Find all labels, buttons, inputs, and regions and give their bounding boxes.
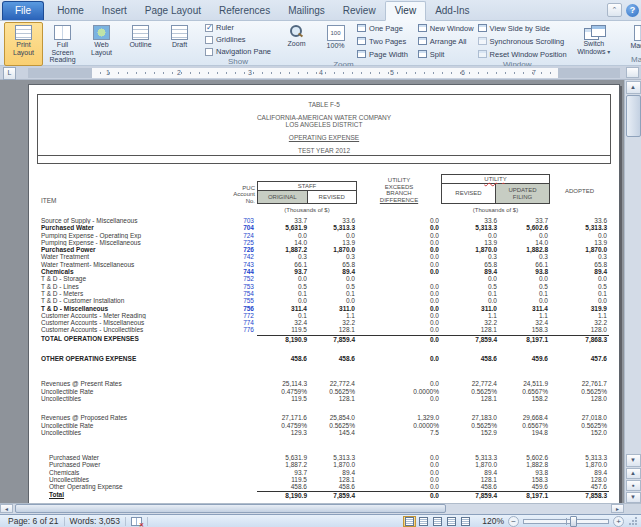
cell-value: 0.5625% bbox=[550, 422, 609, 429]
web-layout-view-icon[interactable] bbox=[431, 516, 444, 527]
zoom-slider-thumb[interactable] bbox=[570, 516, 577, 527]
cell-value: 0.5625% bbox=[441, 422, 499, 429]
tab-page-layout[interactable]: Page Layout bbox=[136, 2, 210, 20]
split-button[interactable]: Split bbox=[416, 48, 476, 60]
draft-view-icon[interactable] bbox=[459, 516, 472, 527]
next-page-icon[interactable] bbox=[626, 492, 641, 503]
print-layout-button[interactable]: PrintLayout bbox=[4, 22, 43, 66]
cell-value: 32.4 bbox=[257, 319, 309, 326]
zoom-button[interactable]: Zoom bbox=[277, 22, 316, 60]
switch-windows-button[interactable]: Switch Windows bbox=[569, 22, 619, 60]
cell-value: 0.0 bbox=[357, 246, 441, 253]
tab-references[interactable]: References bbox=[210, 2, 279, 20]
cell-value: 0.0 bbox=[357, 380, 441, 387]
puc-account-no: 704 bbox=[223, 224, 257, 231]
cell-value: 311.4 bbox=[499, 305, 550, 312]
tab-review[interactable]: Review bbox=[334, 2, 385, 20]
scroll-right-icon[interactable] bbox=[611, 504, 624, 513]
checkbox-ruler[interactable]: Ruler bbox=[205, 22, 271, 33]
select-browse-object-icon[interactable] bbox=[626, 480, 641, 491]
draft-button[interactable]: Draft bbox=[160, 22, 199, 66]
previous-page-icon[interactable] bbox=[626, 468, 641, 479]
view-ruler-toggle-icon[interactable] bbox=[626, 67, 639, 78]
horizontal-scrollbar[interactable] bbox=[0, 503, 641, 514]
print-layout-view-icon[interactable] bbox=[403, 516, 416, 527]
row-label: OTHER OPERATING EXPENSE bbox=[37, 355, 223, 362]
total-row: TOTAL OPERATION EXPENSES8,190.97,859.40.… bbox=[37, 335, 611, 343]
checkbox-navigation-pane[interactable]: Navigation Pane bbox=[205, 46, 271, 57]
cell-value: 129.3 bbox=[257, 429, 309, 436]
scroll-down-icon[interactable] bbox=[626, 454, 641, 467]
scroll-up-icon[interactable] bbox=[626, 81, 641, 94]
tab-file[interactable]: File bbox=[2, 1, 44, 20]
web-layout-button[interactable]: WebLayout bbox=[82, 22, 121, 66]
zoom-out-icon[interactable]: − bbox=[508, 516, 519, 527]
tab-insert[interactable]: Insert bbox=[93, 2, 136, 20]
column-original: ORIGINAL bbox=[258, 191, 308, 204]
cell-value: 1,870.0 bbox=[309, 246, 357, 253]
row-label: Other Operating Expense bbox=[37, 483, 223, 490]
tab-mailings[interactable]: Mailings bbox=[279, 2, 334, 20]
spell-check-icon[interactable] bbox=[131, 517, 142, 526]
table-row: Purchased Power1,887.21,870.00.01,870.01… bbox=[37, 461, 611, 468]
tab-add-ins[interactable]: Add-Ins bbox=[426, 2, 478, 20]
puc-account-no: 756 bbox=[223, 305, 257, 312]
two-pages-button[interactable]: Two Pages bbox=[355, 35, 410, 47]
full-screen-reading-view-icon[interactable] bbox=[417, 516, 430, 527]
zoom-level[interactable]: 120% bbox=[482, 516, 504, 526]
vertical-scrollbar[interactable] bbox=[624, 80, 641, 503]
ruler-number: 2 bbox=[177, 69, 181, 76]
macros-button[interactable]: Macros bbox=[625, 22, 641, 55]
cell-value: 311.4 bbox=[257, 305, 309, 312]
column-puc-account: PUC Account No. bbox=[223, 185, 257, 205]
new-window-button[interactable]: New Window bbox=[416, 22, 476, 34]
web-layout-icon bbox=[93, 25, 110, 40]
word-count[interactable]: Words: 3,053 bbox=[65, 516, 125, 526]
cell-value: 66.1 bbox=[499, 261, 550, 268]
help-icon[interactable] bbox=[626, 4, 639, 17]
view-side-by-side-button[interactable]: View Side by Side bbox=[476, 22, 569, 34]
full-screen-reading-icon bbox=[54, 25, 71, 40]
resize-grip[interactable] bbox=[628, 516, 638, 526]
cell-value: 0.5 bbox=[499, 283, 550, 290]
horizontal-ruler[interactable]: 1234567 bbox=[0, 66, 641, 80]
cell-value: 66.1 bbox=[257, 261, 309, 268]
cell-value: 0.5625% bbox=[550, 388, 609, 395]
scroll-left-icon[interactable] bbox=[0, 504, 13, 513]
full-screen-reading-button[interactable]: Full ScreenReading bbox=[43, 22, 82, 66]
cell-value: 8,197.1 bbox=[499, 491, 550, 499]
cell-value: 0.6567% bbox=[499, 388, 550, 395]
ruler-number: 1 bbox=[106, 69, 110, 76]
zoom-100-button[interactable]: 100% bbox=[316, 22, 355, 60]
arrange-all-button[interactable]: Arrange All bbox=[416, 35, 476, 47]
outline-icon bbox=[132, 25, 149, 40]
table-row: Total8,190.97,859.40.07,859.48,197.17,85… bbox=[37, 491, 611, 499]
cell-value: 0.4759% bbox=[257, 388, 309, 395]
cell-value: 0.0 bbox=[357, 476, 441, 483]
cell-value: 32.2 bbox=[309, 319, 357, 326]
cell-value: 13.9 bbox=[550, 239, 609, 246]
outline-view-icon[interactable] bbox=[445, 516, 458, 527]
zoom-in-icon[interactable]: + bbox=[613, 516, 624, 527]
group-macros: Macros Macros bbox=[623, 22, 641, 65]
page-width-button[interactable]: Page Width bbox=[355, 48, 410, 60]
minimize-ribbon-icon[interactable] bbox=[607, 3, 622, 17]
report-title: OPERATING EXPENSE bbox=[289, 134, 359, 141]
column-staff-revised: REVISED bbox=[308, 191, 357, 204]
cell-value: 7,859.4 bbox=[309, 335, 357, 343]
one-page-icon bbox=[357, 24, 366, 32]
tab-view[interactable]: View bbox=[385, 1, 427, 21]
horizontal-scroll-thumb[interactable] bbox=[15, 504, 446, 513]
one-page-button[interactable]: One Page bbox=[355, 22, 410, 34]
tab-home[interactable]: Home bbox=[48, 2, 93, 20]
checkbox-gridlines[interactable]: Gridlines bbox=[205, 34, 271, 45]
cell-value: 24,511.9 bbox=[499, 380, 550, 387]
outline-button[interactable]: Outline bbox=[121, 22, 160, 66]
vertical-scroll-thumb[interactable] bbox=[626, 95, 641, 137]
zoom-slider[interactable] bbox=[523, 519, 609, 524]
cell-value: 0.0 bbox=[357, 355, 441, 362]
tab-selector-icon[interactable] bbox=[3, 67, 16, 80]
cell-value: 8,197.1 bbox=[499, 335, 550, 343]
page-indicator[interactable]: Page: 6 of 21 bbox=[3, 516, 64, 526]
document-page[interactable]: TABLE F-5 CALIFORNIA-AMERICAN WATER COMP… bbox=[28, 84, 620, 503]
